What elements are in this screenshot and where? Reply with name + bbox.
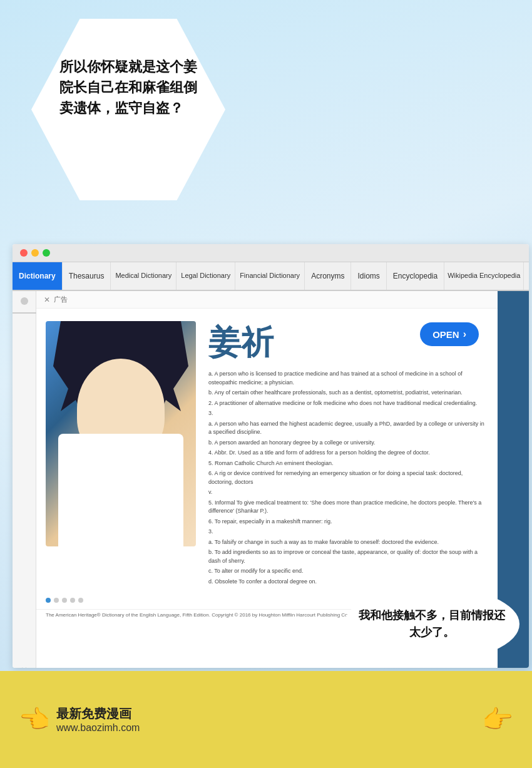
open-button-label: OPEN — [432, 329, 459, 340]
def-line-16: c. To alter or modify for a specific end… — [208, 567, 488, 576]
bottom-banner: 👈 最新免费漫画 www.baozimh.com 👉 — [0, 671, 532, 768]
def-line-1: a. A person who is licensed to practice … — [208, 370, 488, 387]
def-line-17: d. Obsolete To confer a doctoral degree … — [208, 578, 488, 586]
tab-wikipedia[interactable]: Wikipedia Encyclopedia — [444, 262, 524, 290]
left-sidebar: ⌄ — [13, 291, 36, 668]
tab-idioms[interactable]: Idioms — [351, 262, 386, 290]
dot-1[interactable] — [46, 598, 51, 603]
def-line-7: 4. Abbr. Dr. Used as a title and form of… — [208, 449, 488, 458]
def-line-8: 5. Roman Catholic Church An eminent theo… — [208, 459, 488, 468]
def-line-5: a. A person who has earned the highest a… — [208, 420, 488, 437]
def-line-12: 6. To repair, especially in a makeshift … — [208, 518, 488, 526]
nav-tabs: Dictionary Thesaurus Medical Dictionary … — [13, 262, 529, 291]
dot-4[interactable] — [70, 598, 75, 603]
maximize-button-dot[interactable] — [43, 249, 50, 257]
sidebar-indicator — [21, 297, 28, 305]
scroll-down-icon[interactable]: ⌄ — [19, 660, 29, 668]
dot-5[interactable] — [78, 598, 83, 603]
def-line-11: 5. Informal To give medical treatment to… — [208, 499, 488, 516]
mac-dots-bar — [13, 244, 529, 262]
dict-entry: 姜祈 a. A person who is licensed to practi… — [36, 315, 498, 594]
open-button-arrow-icon: › — [463, 329, 466, 340]
open-button[interactable]: OPEN › — [420, 322, 479, 346]
speech-bubble-top: 所以你怀疑就是这个姜院长自己在和麻雀组倒卖遗体，监守自盗？ — [31, 19, 225, 200]
ad-label: 广告 — [54, 295, 68, 304]
char-body — [58, 434, 183, 546]
def-line-2: b. Any of certain other healthcare profe… — [208, 389, 488, 397]
def-line-15: b. To add ingredients so as to improve o… — [208, 548, 488, 565]
dict-text-area: 姜祈 a. A person who is licensed to practi… — [208, 321, 488, 588]
def-line-4: 3. — [208, 409, 488, 418]
banner-main-text: 最新免费漫画 — [56, 705, 140, 722]
def-line-3: 2. A practitioner of alternative medicin… — [208, 399, 488, 408]
def-line-14: a. To falsify or change in such a way as… — [208, 538, 488, 547]
tab-encyclopedia[interactable]: Encyclopedia — [387, 262, 444, 290]
speech-bubble-bottom-text: 我和他接触不多，目前情报还太少了。 — [357, 607, 507, 641]
tab-medical-dictionary[interactable]: Medical Dictionary — [111, 262, 176, 290]
dot-2[interactable] — [54, 598, 59, 603]
thumb-left-icon: 👈 — [19, 705, 50, 734]
tab-acronyms[interactable]: Acronyms — [305, 262, 351, 290]
def-line-13: 3. — [208, 528, 488, 536]
tab-legal-dictionary[interactable]: Legal Dictionary — [176, 262, 235, 290]
banner-url: www.baozimh.com — [56, 722, 140, 734]
character-image — [46, 321, 196, 546]
def-line-9: 6. A rig or device contrived for remedyi… — [208, 469, 488, 486]
minimize-button-dot[interactable] — [31, 249, 39, 257]
banner-left: 👈 最新免费漫画 www.baozimh.com — [19, 705, 140, 734]
close-button-dot[interactable] — [20, 249, 28, 257]
tab-dictionary[interactable]: Dictionary — [13, 262, 63, 290]
tab-financial-dictionary[interactable]: Financial Dictionary — [235, 262, 305, 290]
ad-bar: ✕ 广告 — [36, 291, 498, 309]
banner-text-block: 最新免费漫画 www.baozimh.com — [56, 705, 140, 734]
tab-thesaurus[interactable]: Thesaurus — [63, 262, 111, 290]
def-line-6: b. A person awarded an honorary degree b… — [208, 439, 488, 448]
thumb-right-icon: 👉 — [482, 705, 513, 734]
speech-bubble-bottom: 我和他接触不多，目前情报还太少了。 — [344, 586, 519, 662]
ad-close-icon[interactable]: ✕ — [44, 295, 50, 304]
scroll-indicator — [13, 312, 38, 314]
speech-bubble-top-text: 所以你怀疑就是这个姜院长自己在和麻雀组倒卖遗体，监守自盗？ — [59, 56, 207, 118]
dot-3[interactable] — [62, 598, 67, 603]
dict-definitions: a. A person who is licensed to practice … — [208, 370, 488, 586]
def-line-10: v. — [208, 488, 488, 497]
